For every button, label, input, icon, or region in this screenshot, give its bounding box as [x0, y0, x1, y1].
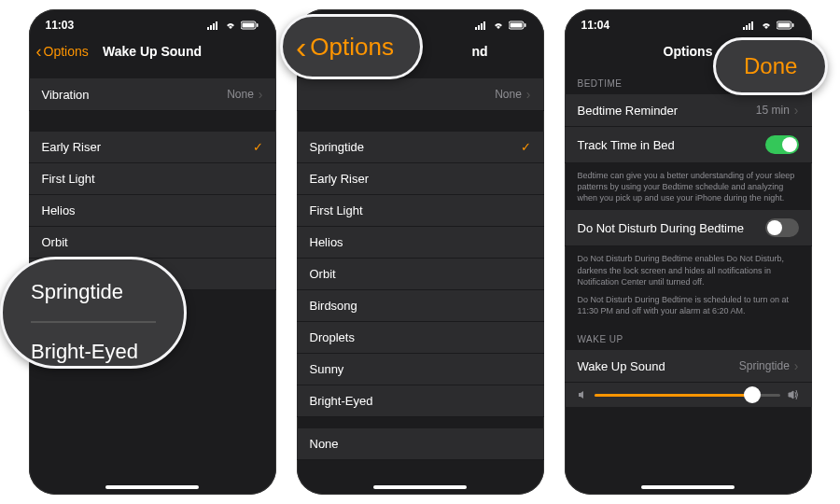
- status-icons: [743, 21, 795, 30]
- clock: 11:04: [581, 19, 610, 32]
- wifi-icon: [492, 21, 505, 30]
- row-value: None: [495, 88, 522, 101]
- sound-option[interactable]: Early Riser ✓: [29, 132, 276, 163]
- row-label: Orbit: [310, 267, 336, 281]
- callout-label: Done: [744, 53, 797, 79]
- chevron-right-icon: ›: [794, 103, 799, 118]
- phone-1: 11:03 ‹ Options Wake Up Sound Vibration …: [29, 9, 276, 495]
- battery-icon: [509, 21, 527, 30]
- slider-track[interactable]: [595, 394, 780, 397]
- clock: 11:03: [46, 19, 75, 32]
- home-indicator[interactable]: [641, 485, 735, 489]
- row-label: None: [310, 437, 339, 451]
- chevron-right-icon: ›: [526, 87, 531, 102]
- sound-option[interactable]: First Light: [297, 195, 544, 227]
- row-label: Orbit: [42, 235, 68, 249]
- footer-text: Bedtime can give you a better understand…: [565, 163, 812, 210]
- dnd-row[interactable]: Do Not Disturb During Bedtime: [565, 210, 812, 246]
- sound-option[interactable]: Birdsong: [297, 290, 544, 322]
- svg-rect-17: [751, 21, 753, 30]
- wake-up-sound-row[interactable]: Wake Up Sound Springtide›: [565, 350, 812, 383]
- home-indicator[interactable]: [373, 485, 467, 489]
- none-option[interactable]: None: [297, 428, 544, 460]
- status-bar: 11:04: [565, 9, 812, 35]
- row-label: Wake Up Sound: [578, 359, 665, 373]
- row-value: Springtide: [739, 359, 790, 372]
- callout-options: ‹ Options: [280, 14, 423, 79]
- row-label: Vibration: [42, 88, 90, 102]
- sound-option[interactable]: Springtide✓: [297, 132, 544, 163]
- page-title-partial: nd: [471, 44, 487, 59]
- toggle-switch[interactable]: [765, 218, 799, 237]
- row-label: Bedtime Reminder: [578, 104, 679, 118]
- home-indicator[interactable]: [105, 485, 199, 489]
- signal-icon: [207, 21, 220, 30]
- page-title: Wake Up Sound: [103, 44, 202, 59]
- svg-rect-20: [792, 23, 794, 27]
- sound-option[interactable]: Orbit: [297, 259, 544, 290]
- svg-rect-7: [475, 27, 477, 30]
- svg-rect-16: [749, 23, 750, 30]
- bedtime-reminder-row[interactable]: Bedtime Reminder 15 min›: [565, 94, 812, 127]
- row-label: Helios: [310, 235, 343, 249]
- callout-label: Bright-Eyed: [31, 322, 156, 364]
- row-label: Springtide: [310, 140, 365, 154]
- sound-option[interactable]: Helios: [297, 227, 544, 259]
- row-label: Do Not Disturb During Bedtime: [578, 221, 744, 235]
- row-value: 15 min: [756, 104, 790, 117]
- row-label: Droplets: [310, 330, 355, 344]
- svg-rect-2: [213, 23, 215, 30]
- checkmark-icon: ✓: [253, 140, 263, 154]
- svg-rect-3: [216, 21, 217, 30]
- row-label: Early Riser: [42, 140, 102, 154]
- row-label: Bright-Eyed: [310, 394, 373, 408]
- signal-icon: [475, 21, 488, 30]
- row-label: Early Riser: [310, 172, 370, 186]
- svg-rect-0: [207, 27, 209, 30]
- chevron-right-icon: ›: [259, 87, 263, 102]
- volume-slider[interactable]: [565, 383, 812, 407]
- footer-text: Do Not Disturb During Bedtime is schedul…: [565, 294, 812, 323]
- svg-rect-14: [743, 27, 745, 30]
- wifi-icon: [224, 21, 237, 30]
- phone-2: 11:03 nd None› Springtide✓ Early Riser F…: [297, 9, 544, 495]
- row-label: Track Time in Bed: [578, 138, 675, 152]
- section-header-wakeup: WAKE UP: [565, 323, 812, 350]
- wifi-icon: [760, 21, 773, 30]
- signal-icon: [743, 21, 756, 30]
- sound-option[interactable]: Sunny: [297, 354, 544, 385]
- back-label: Options: [44, 44, 89, 59]
- row-label: First Light: [42, 172, 95, 186]
- toggle-switch[interactable]: [765, 135, 799, 154]
- sound-option[interactable]: First Light: [29, 163, 276, 195]
- svg-rect-15: [746, 25, 748, 30]
- svg-rect-19: [777, 23, 790, 28]
- battery-icon: [241, 21, 259, 30]
- speaker-low-icon: [578, 390, 587, 399]
- sound-option[interactable]: Droplets: [297, 322, 544, 354]
- vibration-row[interactable]: Vibration None›: [29, 78, 276, 111]
- svg-rect-9: [481, 23, 483, 30]
- svg-rect-1: [210, 25, 212, 30]
- svg-rect-10: [483, 21, 485, 30]
- svg-rect-5: [242, 23, 254, 28]
- back-button[interactable]: ‹ Options: [36, 42, 89, 62]
- track-time-row[interactable]: Track Time in Bed: [565, 127, 812, 163]
- status-bar: 11:03: [29, 9, 276, 35]
- status-icons: [475, 21, 527, 30]
- callout-label: Springtide: [31, 276, 156, 322]
- checkmark-icon: ✓: [521, 140, 531, 154]
- slider-thumb[interactable]: [744, 386, 761, 403]
- sound-option[interactable]: Bright-Eyed: [297, 385, 544, 417]
- callout-label: Options: [310, 33, 394, 62]
- sound-option[interactable]: Helios: [29, 195, 276, 227]
- sound-option[interactable]: Early Riser: [297, 163, 544, 195]
- chevron-right-icon: ›: [794, 358, 799, 373]
- sound-option[interactable]: Orbit: [29, 227, 276, 259]
- callout-done: Done: [713, 37, 828, 95]
- vibration-row[interactable]: None›: [297, 78, 544, 111]
- slider-fill: [595, 394, 752, 397]
- svg-rect-6: [257, 23, 259, 27]
- row-value: None: [227, 88, 254, 101]
- chevron-left-icon: ‹: [296, 29, 306, 65]
